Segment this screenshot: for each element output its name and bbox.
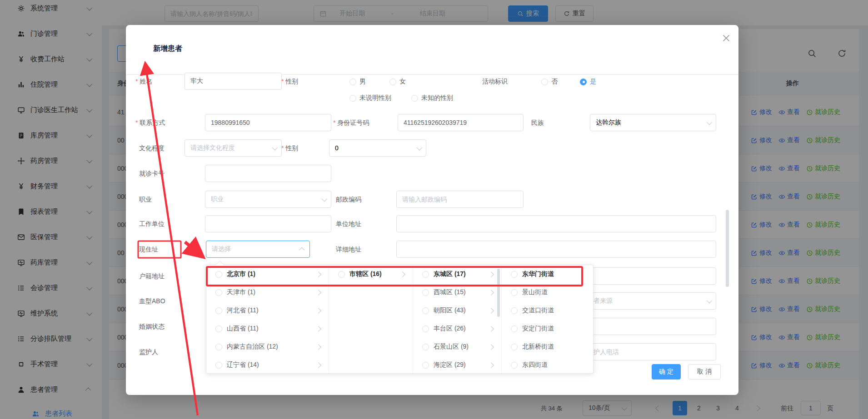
cascader-district-column: 东城区 (17) 西城区 (15) 朝阳区 (43) 丰台区 (26) 石景山区… xyxy=(413,265,502,373)
address-cascader-panel: 北京市 (1) 天津市 (1) 河北省 (11) 山西省 (11) 内蒙古自治区… xyxy=(206,265,594,374)
chevron-right-icon xyxy=(315,362,321,368)
current-address-placeholder: 请选择 xyxy=(212,245,231,253)
gender-code-select[interactable]: 0 xyxy=(329,139,426,157)
cascader-city-column: 市辖区 (16) xyxy=(329,265,413,373)
modal-title: 新增患者 xyxy=(153,44,182,54)
education-select[interactable]: 请选择文化程度 xyxy=(185,139,282,157)
marital-status-label: 婚姻状态 xyxy=(139,323,165,331)
detail-address-label: 详细地址 xyxy=(336,246,361,254)
id-number-label: 身份证号码 xyxy=(333,119,369,127)
chevron-down-icon xyxy=(707,119,713,125)
household-address-label: 户籍地址 xyxy=(139,272,165,281)
chevron-right-icon xyxy=(488,271,494,277)
cascader-street-column: 东华门街道 景山街道 交道口街道 安定门街道 北新桥街道 东四街道 xyxy=(502,265,593,373)
chevron-right-icon xyxy=(488,326,494,332)
app-root: 系统管理 门诊管理 收费工作站 住院管理 门诊医生工作站 库房管理 药房管理 财… xyxy=(0,0,868,419)
current-address-label: 现住址 xyxy=(139,246,158,254)
postcode-label: 邮政编码 xyxy=(336,196,361,204)
education-label: 文化程度 xyxy=(139,144,165,153)
active-flag-label: 活动标识 xyxy=(482,78,508,86)
contact-label: 联系方式 xyxy=(135,119,165,127)
chevron-down-icon xyxy=(322,196,328,202)
cascader-option-donghuamen[interactable]: 东华门街道 xyxy=(502,265,593,283)
gender-code-label: 性别 xyxy=(281,144,298,153)
postcode-input[interactable] xyxy=(396,191,524,208)
work-unit-input[interactable] xyxy=(205,215,331,232)
chevron-right-icon xyxy=(315,290,321,296)
name-label: 姓名 xyxy=(135,78,152,86)
cascader-option-neimenggu[interactable]: 内蒙古自治区 (12) xyxy=(206,338,329,356)
cascader-option-beijing[interactable]: 北京市 (1) xyxy=(206,265,329,283)
chevron-right-icon xyxy=(315,344,321,350)
cascader-option-xicheng[interactable]: 西城区 (15) xyxy=(413,283,501,301)
gender-radio-male[interactable]: 男 xyxy=(349,78,366,86)
chevron-right-icon xyxy=(315,308,321,314)
cascader-option-shijingshan[interactable]: 石景山区 (9) xyxy=(413,338,501,356)
cascader-option-liaoning[interactable]: 辽宁省 (14) xyxy=(206,356,329,374)
cascader-option-hebei[interactable]: 河北省 (11) xyxy=(206,301,329,320)
name-input[interactable] xyxy=(185,73,282,90)
gender-radio-unknown[interactable]: 未知的性别 xyxy=(411,94,453,102)
cancel-button[interactable]: 取 消 xyxy=(688,364,721,380)
gender-code-value: 0 xyxy=(335,144,339,152)
cascader-option-fengtai[interactable]: 丰台区 (26) xyxy=(413,320,501,338)
unit-address-label: 单位地址 xyxy=(336,220,361,228)
cascader-option-andingmen[interactable]: 安定门街道 xyxy=(502,320,593,338)
cascader-option-jiaodaokou[interactable]: 交道口街道 xyxy=(502,301,593,320)
nation-select[interactable]: 达斡尔族 xyxy=(590,114,716,131)
education-placeholder: 请选择文化程度 xyxy=(190,144,235,152)
chevron-right-icon xyxy=(315,326,321,332)
detail-address-input[interactable] xyxy=(396,241,716,258)
chevron-down-icon xyxy=(707,297,713,303)
cascader-option-beixinqiao[interactable]: 北新桥街道 xyxy=(502,338,593,356)
chevron-right-icon xyxy=(399,271,405,277)
chevron-right-icon xyxy=(488,362,494,368)
cascader-option-shixiaqu[interactable]: 市辖区 (16) xyxy=(329,265,413,283)
unit-address-input[interactable] xyxy=(396,215,716,232)
cascader-province-column: 北京市 (1) 天津市 (1) 河北省 (11) 山西省 (11) 内蒙古自治区… xyxy=(206,265,329,373)
chevron-right-icon xyxy=(315,271,321,277)
active-flag-radio-yes[interactable]: 是 xyxy=(580,78,596,86)
gender-radio-female[interactable]: 女 xyxy=(389,78,406,86)
cascader-option-dongcheng[interactable]: 东城区 (17) xyxy=(413,265,501,283)
visit-card-label: 就诊卡号 xyxy=(139,170,165,178)
blood-type-label: 血型ABO xyxy=(139,297,165,306)
cascader-option-jingshan[interactable]: 景山街道 xyxy=(502,283,593,301)
gender-radio-unexplained[interactable]: 未说明性别 xyxy=(349,94,391,102)
chevron-up-icon xyxy=(299,247,305,253)
occupation-label: 职业 xyxy=(139,196,152,204)
cascader-option-haidian[interactable]: 海淀区 (29) xyxy=(413,356,501,374)
occupation-select[interactable]: 职业 xyxy=(205,191,331,208)
cascader-option-chaoyang[interactable]: 朝阳区 (43) xyxy=(413,301,501,320)
current-address-cascader-select[interactable]: 请选择 xyxy=(206,241,310,258)
nation-value: 达斡尔族 xyxy=(596,118,621,127)
chevron-right-icon xyxy=(488,344,494,350)
chevron-down-icon xyxy=(272,144,278,150)
cascader-option-shanxi[interactable]: 山西省 (11) xyxy=(206,320,329,338)
close-icon[interactable] xyxy=(720,32,732,44)
occupation-placeholder: 职业 xyxy=(211,195,224,203)
active-flag-radio-no[interactable]: 否 xyxy=(541,78,558,86)
cascader-option-dongsi[interactable]: 东四街道 xyxy=(502,356,593,374)
visit-card-input[interactable] xyxy=(205,165,331,182)
chevron-down-icon xyxy=(417,144,423,150)
confirm-button[interactable]: 确 定 xyxy=(652,364,681,380)
chevron-right-icon xyxy=(488,308,494,314)
add-patient-modal: 新增患者 姓名 性别 男 女 活动标识 否 是 未说明性别 未知的性别 联系方式… xyxy=(126,25,738,395)
gender-label: 性别 xyxy=(281,78,298,86)
id-number-input[interactable] xyxy=(398,114,524,131)
guardian-label: 监护人 xyxy=(139,348,158,356)
contact-input[interactable] xyxy=(205,114,331,131)
modal-scrollbar[interactable] xyxy=(726,210,729,287)
nation-label: 民族 xyxy=(531,119,544,127)
cascader-option-tianjin[interactable]: 天津市 (1) xyxy=(206,283,329,301)
chevron-right-icon xyxy=(488,290,494,296)
cascader-column-scrollbar[interactable] xyxy=(497,269,500,317)
work-unit-label: 工作单位 xyxy=(139,220,165,228)
